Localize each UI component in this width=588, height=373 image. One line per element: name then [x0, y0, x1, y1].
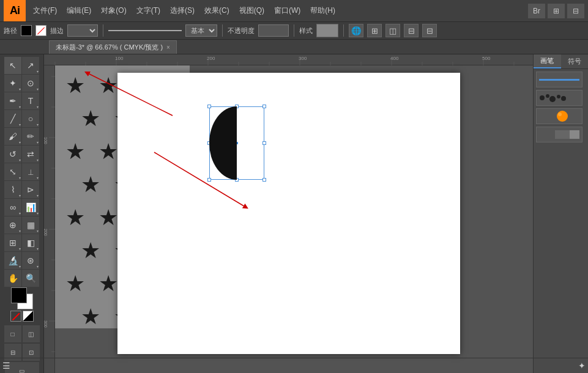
paintbrush-tool[interactable]: 🖌: [4, 128, 21, 145]
canvas-area: 100 200 300 400 500: [44, 54, 533, 373]
horizontal-ruler: 100 200 300 400 500: [44, 54, 533, 65]
tool-row-7: ⤡ ⟂: [4, 163, 39, 180]
menu-text[interactable]: 文字(T): [132, 0, 165, 21]
stroke-weight-line: [108, 30, 182, 31]
shear-tool[interactable]: ⟂: [22, 163, 39, 180]
toolbar-icon-3[interactable]: ◫: [385, 24, 400, 37]
style-label: 样式: [299, 26, 313, 35]
menu-select[interactable]: 选择(S): [165, 0, 199, 21]
brush-item-4[interactable]: [536, 127, 582, 142]
tab-name: 未标题-3* @ 66.67% ( CMYK/预览 ): [56, 43, 163, 52]
fg-bg-swatches[interactable]: [11, 287, 33, 309]
half-circle-container[interactable]: [209, 106, 264, 180]
blend-tool[interactable]: ∞: [4, 199, 21, 216]
brush-item-1[interactable]: [536, 72, 582, 87]
opacity-input[interactable]: 100%: [258, 24, 289, 37]
symbol-spray-tool[interactable]: ⊕: [4, 216, 21, 234]
app-logo: Ai: [4, 0, 26, 21]
tool-row-13: ✋ 🔍: [4, 270, 39, 287]
svg-point-42: [557, 95, 560, 98]
symbols-tab[interactable]: 符号: [561, 54, 589, 68]
arrange-btn[interactable]: ⊞: [548, 4, 565, 18]
panel-tabs: 画笔 符号: [534, 54, 588, 69]
menu-object[interactable]: 对象(O): [96, 0, 131, 21]
blend-tool-2[interactable]: ⊛: [22, 252, 39, 269]
stroke-swatch[interactable]: [35, 25, 47, 36]
brush-preview-blue: [539, 79, 579, 81]
tool-row-10: ⊕ ▦: [4, 216, 39, 234]
eyedropper-tool[interactable]: 🔬: [4, 252, 21, 269]
artboard: [117, 73, 460, 354]
fill-swatch[interactable]: [21, 25, 32, 36]
line-tool[interactable]: ╱: [4, 110, 21, 127]
toolbar-icon-4[interactable]: ⊟: [404, 24, 419, 37]
toolbar-icon-1[interactable]: 🌐: [349, 24, 363, 37]
star-9: ★: [60, 136, 91, 167]
stroke-label: 描边: [50, 26, 64, 35]
width-tool[interactable]: ⊳: [22, 181, 39, 198]
selected-object[interactable]: [209, 106, 264, 180]
hand-tool[interactable]: ✋: [4, 270, 21, 287]
menu-help[interactable]: 帮助(H): [305, 0, 340, 21]
tool-row-5: 🖌 ✏: [4, 128, 39, 145]
column-graph-tool[interactable]: ▦: [22, 216, 39, 234]
path-label: 路径: [4, 26, 17, 35]
stroke-style-select[interactable]: [67, 24, 98, 37]
magic-wand-tool[interactable]: ✦: [4, 75, 21, 92]
tool-row-3: ✒ T: [4, 92, 39, 109]
menu-effect[interactable]: 效果(C): [199, 0, 234, 21]
star-25: ★: [60, 268, 91, 299]
gradient-tool[interactable]: ◧: [22, 234, 39, 251]
svg-text:300: 300: [44, 320, 48, 328]
normal-mode-btn[interactable]: □: [4, 325, 21, 342]
tool-row-2: ✦ ⊙: [4, 75, 39, 92]
svg-point-45: [558, 113, 562, 116]
mesh-tool[interactable]: ⊞: [4, 234, 21, 251]
menu-view[interactable]: 视图(Q): [234, 0, 269, 21]
chart-tool[interactable]: 📊: [22, 199, 39, 216]
menu-window[interactable]: 窗口(W): [269, 0, 305, 21]
menu-icon-3[interactable]: ⊟: [567, 4, 584, 18]
drawing-modes-btn[interactable]: ◫: [23, 325, 40, 342]
lasso-tool[interactable]: ⊙: [22, 75, 39, 92]
panel-menu-btn[interactable]: ☰: [2, 361, 10, 371]
brushes-tab[interactable]: 画笔: [534, 54, 561, 68]
panel-bottom: ☰ ✦: [0, 358, 588, 373]
pen-tool[interactable]: ✒: [4, 92, 21, 109]
tab-close-btn[interactable]: ×: [166, 44, 170, 51]
warp-tool[interactable]: ⌇: [4, 181, 21, 198]
style-swatch[interactable]: [316, 24, 338, 37]
toolbar-divider-1: [103, 24, 103, 37]
menu-file[interactable]: 文件(F): [28, 0, 62, 21]
toolbar-divider-3: [294, 24, 294, 37]
direct-select-tool[interactable]: ↗: [22, 57, 39, 74]
none-swatch[interactable]: [10, 311, 21, 322]
tool-row-6: ↺ ⇄: [4, 146, 39, 163]
special-swatches: [10, 311, 34, 322]
bridge-btn[interactable]: Br: [528, 4, 545, 18]
document-tab[interactable]: 未标题-3* @ 66.67% ( CMYK/预览 ) ×: [49, 40, 177, 54]
stroke-weight-select[interactable]: 基本: [185, 24, 217, 37]
selection-tool[interactable]: ↖: [4, 57, 21, 74]
ellipse-tool[interactable]: ○: [22, 110, 39, 127]
pencil-tool[interactable]: ✏: [22, 128, 39, 145]
brush-orange-preview: [539, 109, 579, 123]
toolbar-icon-2[interactable]: ⊞: [367, 24, 382, 37]
text-tool[interactable]: T: [22, 92, 39, 109]
mirror-tool[interactable]: ⇄: [22, 146, 39, 163]
svg-point-43: [561, 96, 566, 101]
svg-rect-48: [555, 130, 570, 139]
swap-colors-btn[interactable]: [23, 311, 34, 322]
panel-add-btn[interactable]: ✦: [578, 361, 586, 371]
zoom-tool[interactable]: 🔍: [22, 270, 39, 287]
brush-item-2[interactable]: [536, 90, 582, 106]
toolbar-icon-5[interactable]: ⊟: [422, 24, 437, 37]
scale-tool[interactable]: ⤡: [4, 163, 21, 180]
svg-text:200: 200: [44, 229, 48, 236]
menu-edit[interactable]: 编辑(E): [62, 0, 96, 21]
vertical-ruler: 100 200 300: [44, 65, 55, 373]
brush-item-3[interactable]: [536, 108, 582, 124]
star-17: ★: [60, 202, 91, 233]
rotate-tool[interactable]: ↺: [4, 146, 21, 163]
foreground-color-swatch[interactable]: [11, 287, 27, 303]
